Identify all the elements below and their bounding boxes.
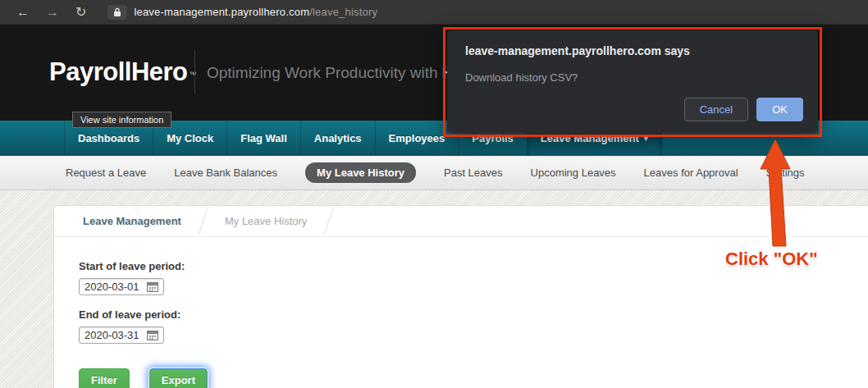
leave-sub-nav: Request a Leave Leave Bank Balances My L… — [0, 156, 868, 190]
subnav-upcoming-leaves[interactable]: Upcoming Leaves — [531, 167, 616, 179]
subnav-past-leaves[interactable]: Past Leaves — [444, 167, 503, 179]
forward-icon[interactable]: → — [46, 5, 59, 20]
end-date-input[interactable] — [85, 329, 147, 341]
url-path: /leave_history — [309, 6, 377, 18]
nav-item-analytics[interactable]: Analytics — [301, 121, 376, 156]
subnav-settings[interactable]: Settings — [766, 167, 805, 179]
dialog-title: leave-management.payrollhero.com says — [465, 44, 803, 57]
subnav-leave-bank-balances[interactable]: Leave Bank Balances — [174, 167, 277, 179]
address-bar[interactable]: leave-management.payrollhero.com/leave_h… — [134, 6, 377, 18]
site-info-tooltip: View site information — [72, 112, 171, 128]
breadcrumb: Leave Management My Leave History — [54, 206, 868, 237]
tagline-prefix: Optimizing Work Productivity with — [207, 64, 442, 81]
form-buttons: Filter Export — [79, 368, 868, 388]
browser-confirm-dialog: leave-management.payrollhero.com says Do… — [447, 30, 818, 133]
page-background: Leave Management My Leave History Start … — [0, 190, 868, 388]
start-date-input[interactable] — [85, 281, 147, 293]
reload-icon[interactable]: ↻ — [75, 4, 86, 20]
calendar-icon[interactable] — [147, 330, 158, 340]
start-date-field[interactable] — [79, 278, 164, 295]
trademark-symbol: ™ — [190, 71, 197, 79]
back-icon[interactable]: ← — [16, 5, 30, 20]
breadcrumb-separator — [199, 208, 208, 235]
lock-icon[interactable] — [107, 5, 127, 20]
annotation-label: Click "OK" — [725, 249, 818, 270]
export-button[interactable]: Export — [149, 368, 208, 388]
nav-item-flag-wall[interactable]: Flag Wall — [227, 121, 301, 156]
end-date-field[interactable] — [79, 326, 164, 344]
screenshot-root: ← → ↻ leave-management.payrollhero.com/l… — [0, 0, 868, 388]
breadcrumb-leave-management[interactable]: Leave Management — [83, 215, 181, 227]
dialog-message: Download history CSV? — [465, 71, 803, 84]
browser-toolbar: ← → ↻ leave-management.payrollhero.com/l… — [0, 0, 868, 25]
breadcrumb-separator — [324, 208, 333, 235]
subnav-leaves-for-approval[interactable]: Leaves for Approval — [644, 167, 738, 179]
calendar-icon[interactable] — [147, 281, 158, 292]
content-panel: Leave Management My Leave History Start … — [53, 205, 868, 388]
ok-button[interactable]: OK — [756, 98, 803, 121]
logo-text: PayrollHero — [49, 57, 188, 86]
dialog-buttons: Cancel OK — [465, 98, 803, 121]
header-divider — [194, 51, 195, 94]
subnav-my-leave-history[interactable]: My Leave History — [305, 162, 416, 183]
end-period-label: End of leave period: — [79, 308, 868, 321]
subnav-request-a-leave[interactable]: Request a Leave — [66, 167, 146, 179]
cancel-button[interactable]: Cancel — [684, 98, 748, 121]
filter-button[interactable]: Filter — [79, 368, 130, 388]
url-domain: leave-management.payrollhero.com — [134, 6, 309, 18]
breadcrumb-my-leave-history: My Leave History — [225, 215, 307, 227]
payrollhero-logo[interactable]: PayrollHero™ — [49, 57, 195, 87]
